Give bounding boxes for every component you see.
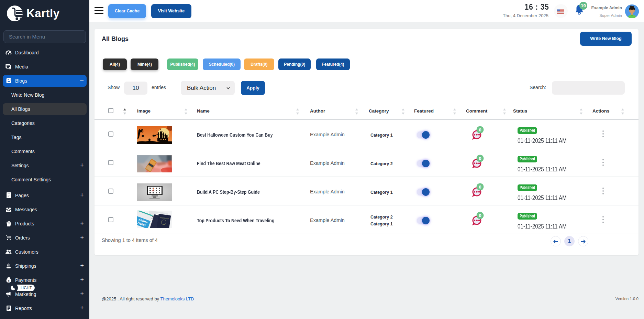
svg-text:$: $ xyxy=(8,279,10,282)
svg-text:0: 0 xyxy=(479,213,481,218)
svg-text:0: 0 xyxy=(479,184,481,190)
svg-text:0: 0 xyxy=(479,127,481,132)
svg-text:0: 0 xyxy=(479,156,481,161)
